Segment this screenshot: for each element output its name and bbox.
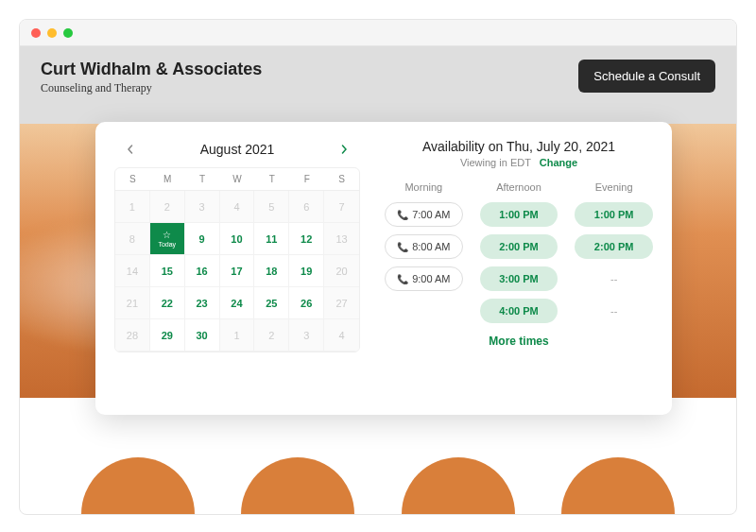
calendar-dow: F	[289, 168, 324, 191]
calendar-dow: M	[150, 168, 185, 191]
window-minimize-dot[interactable]	[47, 28, 57, 38]
calendar-day-cell[interactable]: 22	[150, 287, 185, 319]
calendar-day-cell[interactable]: 18	[254, 255, 289, 287]
availability-title: Availability on Thu, July 20, 2021	[385, 139, 653, 154]
calendar-day-cell[interactable]: 16	[185, 255, 220, 287]
time-slot-button[interactable]: 2:00 PM	[575, 234, 653, 259]
site-header: Curt Widhalm & Associates Counseling and…	[20, 46, 736, 133]
calendar-day-cell[interactable]: 19	[289, 255, 324, 287]
chevron-right-icon	[339, 145, 349, 154]
time-slot-label: 9:00 AM	[412, 273, 450, 284]
calendar-day-cell: 20	[324, 255, 359, 287]
window-titlebar	[20, 20, 736, 46]
time-slot-label: 2:00 PM	[594, 241, 634, 252]
calendar-month-label: August 2021	[200, 142, 275, 157]
brand-block: Curt Widhalm & Associates Counseling and…	[41, 60, 262, 95]
calendar-day-cell: 6	[289, 191, 324, 223]
calendar-next-button[interactable]	[334, 139, 354, 160]
calendar-day-cell[interactable]: 15	[150, 255, 185, 287]
time-slots-grid: MorningAfternoonEvening📞7:00 AM1:00 PM1:…	[385, 181, 653, 323]
calendar-dow: S	[115, 168, 150, 191]
calendar-day-cell: 21	[115, 287, 150, 319]
calendar-dow: T	[254, 168, 289, 191]
calendar-day-cell: 2	[150, 191, 185, 223]
footer-decor	[20, 457, 736, 515]
slot-column-header: Evening	[575, 181, 653, 193]
calendar-day-cell[interactable]: 29	[150, 319, 185, 352]
calendar-day-cell[interactable]: 12	[289, 223, 324, 255]
decor-circle	[81, 457, 195, 515]
time-slot-label: 1:00 PM	[594, 209, 634, 220]
slot-spacer	[385, 299, 463, 323]
calendar-day-cell: 14	[115, 255, 150, 287]
time-slot-button[interactable]: 2:00 PM	[480, 234, 558, 259]
calendar-day-cell[interactable]: 24	[220, 287, 255, 319]
calendar-day-cell[interactable]: 11	[254, 223, 289, 255]
availability-timezone: Viewing in EDT Change	[385, 157, 653, 168]
calendar-day-cell[interactable]: 17	[220, 255, 255, 287]
calendar-day-cell: 3	[289, 319, 324, 352]
calendar-day-cell: 28	[115, 319, 150, 352]
time-slot-button[interactable]: 📞7:00 AM	[385, 202, 463, 227]
chevron-left-icon	[126, 145, 135, 154]
more-times-link[interactable]: More times	[385, 335, 653, 348]
calendar-day-cell: 27	[324, 287, 359, 319]
slot-column-header: Afternoon	[480, 181, 558, 193]
star-icon: ☆	[163, 231, 171, 240]
today-label: Today	[158, 241, 176, 248]
calendar-day-cell: 13	[324, 223, 359, 255]
time-slot-label: 2:00 PM	[499, 241, 539, 252]
calendar: August 2021 SMTWTFS12345678☆Today9101112…	[114, 139, 360, 398]
time-slot-label: 4:00 PM	[499, 305, 539, 317]
calendar-day-cell[interactable]: 9	[185, 223, 220, 255]
decor-circle	[561, 457, 675, 515]
calendar-day-cell: 7	[324, 191, 359, 223]
calendar-day-cell[interactable]: 30	[185, 319, 220, 352]
window-maximize-dot[interactable]	[63, 28, 73, 38]
availability-pane: Availability on Thu, July 20, 2021 Viewi…	[360, 139, 653, 398]
calendar-day-cell: 1	[220, 319, 255, 352]
time-slot-label: 7:00 AM	[412, 209, 450, 220]
slot-column-header: Morning	[385, 181, 463, 193]
change-timezone-link[interactable]: Change	[540, 157, 577, 168]
calendar-day-cell[interactable]: 23	[185, 287, 220, 319]
calendar-header: August 2021	[114, 139, 360, 167]
calendar-day-cell: 4	[324, 319, 359, 352]
calendar-dow: W	[220, 168, 255, 191]
app-window: Curt Widhalm & Associates Counseling and…	[19, 19, 737, 515]
calendar-day-cell: 3	[185, 191, 220, 223]
brand-subtitle: Counseling and Therapy	[41, 81, 262, 95]
time-slot-button[interactable]: 3:00 PM	[480, 266, 558, 291]
slot-unavailable: --	[575, 299, 653, 323]
calendar-day-cell: 2	[254, 319, 289, 352]
phone-icon: 📞	[397, 274, 408, 284]
calendar-day-cell: 1	[115, 191, 150, 223]
schedule-consult-button[interactable]: Schedule a Consult	[578, 60, 715, 93]
decor-circle	[402, 457, 515, 515]
time-slot-button[interactable]: 4:00 PM	[480, 299, 558, 323]
calendar-dow: T	[185, 168, 220, 191]
calendar-day-cell: 5	[254, 191, 289, 223]
calendar-day-cell[interactable]: 25	[254, 287, 289, 319]
decor-circle	[241, 457, 354, 515]
calendar-day-cell[interactable]: 26	[289, 287, 324, 319]
calendar-day-cell: 8	[115, 223, 150, 255]
window-close-dot[interactable]	[31, 28, 41, 38]
calendar-prev-button[interactable]	[120, 139, 141, 160]
brand-title: Curt Widhalm & Associates	[41, 60, 262, 79]
time-slot-button[interactable]: 1:00 PM	[575, 202, 653, 227]
timezone-text: Viewing in EDT	[460, 157, 531, 168]
calendar-today-cell[interactable]: ☆Today	[150, 223, 185, 255]
calendar-grid: SMTWTFS12345678☆Today9101112131415161718…	[114, 167, 360, 352]
time-slot-label: 8:00 AM	[412, 241, 450, 252]
time-slot-button[interactable]: 📞9:00 AM	[385, 266, 463, 291]
time-slot-label: 3:00 PM	[499, 273, 539, 284]
scheduler-panel: August 2021 SMTWTFS12345678☆Today9101112…	[95, 122, 672, 415]
phone-icon: 📞	[397, 242, 408, 252]
calendar-day-cell: 4	[220, 191, 255, 223]
calendar-day-cell[interactable]: 10	[220, 223, 255, 255]
time-slot-label: 1:00 PM	[499, 209, 539, 220]
time-slot-button[interactable]: 1:00 PM	[480, 202, 558, 227]
time-slot-button[interactable]: 📞8:00 AM	[385, 234, 463, 259]
phone-icon: 📞	[397, 210, 408, 220]
